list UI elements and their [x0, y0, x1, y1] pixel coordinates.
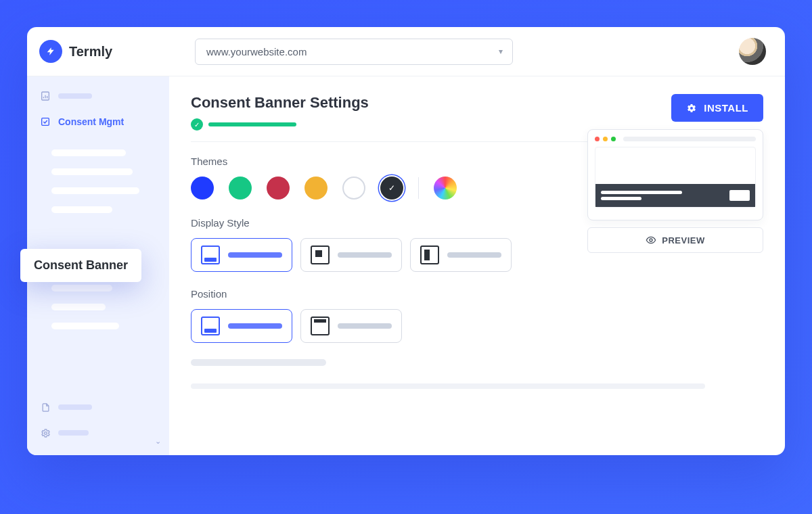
- position-bottom-icon: [201, 317, 220, 335]
- theme-swatch-dark-selected[interactable]: ✓: [380, 177, 403, 200]
- progress-indicator: ✓: [191, 118, 369, 131]
- install-button[interactable]: INSTALL: [671, 94, 763, 122]
- theme-swatch-white[interactable]: [342, 177, 365, 200]
- sidebar-item-label: [58, 404, 92, 410]
- position-options: [191, 309, 763, 343]
- position-option-bottom[interactable]: [191, 309, 292, 343]
- main-content: Consent Banner Settings ✓ INSTALL Themes: [169, 76, 785, 455]
- display-option-banner[interactable]: [191, 238, 292, 272]
- app-header: Termly www.yourwebsite.com: [27, 27, 785, 76]
- sidebar-subitems: [27, 135, 169, 344]
- theme-swatch-custom[interactable]: [434, 177, 457, 200]
- sidebar-subitem[interactable]: [51, 304, 106, 310]
- preview-label: PREVIEW: [662, 235, 704, 246]
- checklist-icon: [39, 116, 51, 128]
- sidebar-item-docs[interactable]: [27, 394, 169, 420]
- sidebar-subitem[interactable]: [51, 187, 139, 194]
- position-label: Position: [191, 288, 763, 300]
- theme-swatch-green[interactable]: [229, 177, 252, 200]
- tooltip-label: Consent Banner: [34, 258, 128, 272]
- sidebar-subitem[interactable]: [51, 285, 112, 291]
- mac-max-icon: [611, 137, 616, 141]
- option-label: [228, 323, 282, 329]
- position-option-top[interactable]: [300, 309, 402, 343]
- install-label: INSTALL: [704, 102, 748, 114]
- url-bar-placeholder: [623, 137, 756, 141]
- preview-accept-button: [729, 190, 750, 201]
- sidebar-subitem[interactable]: [51, 323, 119, 329]
- option-label: [228, 252, 282, 258]
- chevron-down-icon[interactable]: ⌄: [155, 437, 161, 446]
- option-label: [338, 252, 392, 258]
- theme-swatch-red[interactable]: [267, 177, 290, 200]
- sidebar-item-settings[interactable]: [27, 420, 169, 446]
- user-avatar[interactable]: [739, 38, 766, 65]
- option-label: [338, 323, 392, 329]
- preview-consent-bar: [595, 184, 755, 207]
- svg-point-3: [650, 239, 652, 241]
- sidebar-item-label: [58, 93, 92, 99]
- sidebar-subitem[interactable]: [51, 168, 133, 175]
- separator: [418, 177, 419, 199]
- preview-button[interactable]: PREVIEW: [587, 227, 763, 253]
- mac-close-icon: [595, 137, 600, 141]
- display-option-modal-left[interactable]: [410, 238, 512, 272]
- placeholder-row: [191, 359, 763, 389]
- modal-left-icon: [420, 246, 439, 264]
- preview-box: [587, 129, 763, 220]
- brand-logo: Termly: [39, 40, 175, 63]
- progress-bar: [208, 122, 296, 126]
- window-controls: [595, 137, 756, 141]
- display-option-modal-small[interactable]: [300, 238, 402, 272]
- sidebar-subitem[interactable]: [51, 206, 112, 213]
- sidebar-item-label: Consent Mgmt: [58, 116, 124, 127]
- app-body: Consent Mgmt: [27, 76, 785, 455]
- eye-icon: [646, 235, 656, 246]
- site-selector[interactable]: www.yourwebsite.com: [195, 39, 513, 65]
- mac-min-icon: [603, 137, 608, 141]
- svg-point-2: [44, 431, 47, 434]
- modal-small-icon: [311, 246, 330, 264]
- banner-icon: [201, 246, 220, 264]
- sidebar-item-label: [58, 430, 89, 436]
- svg-rect-1: [42, 118, 49, 126]
- dashboard-icon: [39, 90, 51, 102]
- gear-icon: [39, 427, 51, 439]
- check-icon: ✓: [191, 118, 203, 131]
- site-selected-value: www.yourwebsite.com: [206, 46, 307, 57]
- sidebar-subitem[interactable]: [51, 149, 126, 156]
- position-top-icon: [311, 317, 330, 335]
- brand-name: Termly: [69, 44, 112, 60]
- app-window: Termly www.yourwebsite.com Consent Mgmt: [27, 27, 785, 455]
- page-title: Consent Banner Settings: [191, 94, 369, 112]
- document-icon: [39, 401, 51, 413]
- sidebar-item-consent-mgmt[interactable]: Consent Mgmt: [27, 109, 169, 135]
- option-label: [447, 252, 501, 258]
- theme-swatch-yellow[interactable]: [304, 177, 328, 200]
- preview-page: [595, 147, 756, 208]
- preview-panel: PREVIEW: [587, 129, 763, 253]
- logo-icon: [39, 40, 62, 63]
- gear-icon: [686, 103, 697, 114]
- sidebar-item-dashboard[interactable]: [27, 83, 169, 109]
- consent-banner-tooltip: Consent Banner: [20, 249, 141, 282]
- theme-swatch-blue[interactable]: [191, 177, 214, 200]
